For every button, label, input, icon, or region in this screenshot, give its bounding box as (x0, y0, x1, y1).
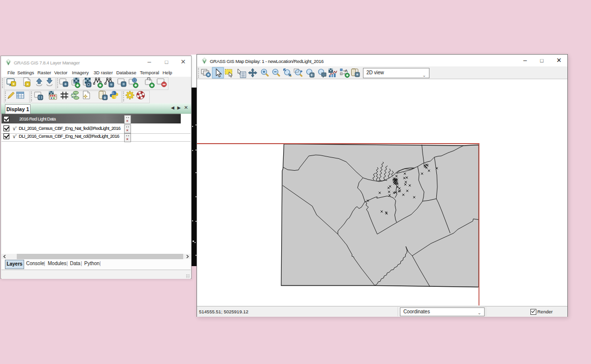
svg-text:A: A (345, 68, 348, 73)
